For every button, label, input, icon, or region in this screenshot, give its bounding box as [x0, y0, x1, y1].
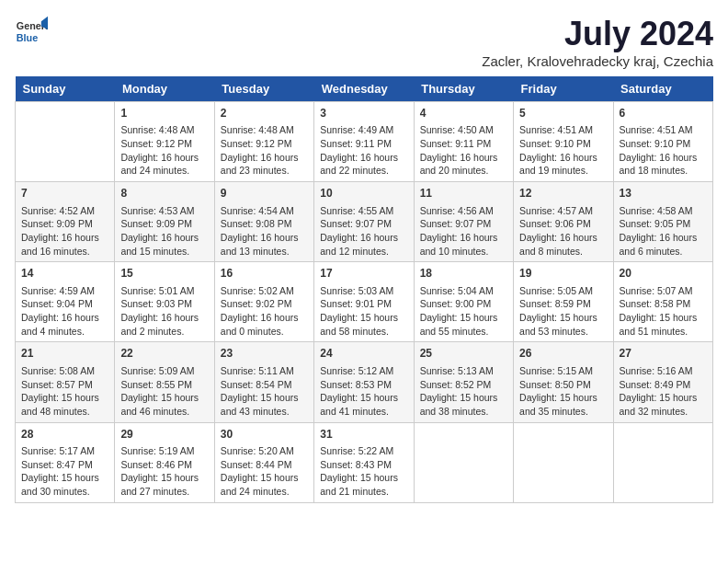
header-day-wednesday: Wednesday: [314, 76, 414, 102]
day-number: 29: [120, 427, 208, 442]
day-info: Sunrise: 4:58 AM Sunset: 9:05 PM Dayligh…: [620, 204, 707, 259]
calendar-cell: 17Sunrise: 5:03 AM Sunset: 9:01 PM Dayli…: [314, 262, 414, 342]
day-number: 25: [420, 346, 507, 362]
day-number: 7: [21, 186, 108, 201]
calendar-cell: 18Sunrise: 5:04 AM Sunset: 9:00 PM Dayli…: [414, 262, 513, 342]
header-day-saturday: Saturday: [613, 76, 712, 102]
calendar-cell: 15Sunrise: 5:01 AM Sunset: 9:03 PM Dayli…: [115, 262, 214, 342]
day-info: Sunrise: 4:51 AM Sunset: 9:10 PM Dayligh…: [519, 123, 607, 178]
header-day-monday: Monday: [115, 76, 214, 102]
day-info: Sunrise: 4:59 AM Sunset: 9:04 PM Dayligh…: [21, 284, 108, 339]
day-info: Sunrise: 4:54 AM Sunset: 9:08 PM Dayligh…: [221, 204, 308, 259]
header-row: SundayMondayTuesdayWednesdayThursdayFrid…: [16, 76, 713, 102]
calendar-subtitle: Zacler, Kralovehradecky kraj, Czechia: [482, 53, 713, 69]
calendar-cell: [514, 422, 613, 502]
calendar-cell: 21Sunrise: 5:08 AM Sunset: 8:57 PM Dayli…: [16, 342, 115, 422]
day-info: Sunrise: 4:48 AM Sunset: 9:12 PM Dayligh…: [221, 123, 308, 178]
day-info: Sunrise: 4:56 AM Sunset: 9:07 PM Dayligh…: [420, 204, 507, 259]
day-number: 3: [320, 106, 407, 121]
day-number: 24: [320, 346, 407, 362]
day-number: 13: [620, 186, 707, 201]
day-number: 5: [519, 106, 607, 121]
week-row-2: 7Sunrise: 4:52 AM Sunset: 9:09 PM Daylig…: [16, 182, 713, 262]
day-info: Sunrise: 5:02 AM Sunset: 9:02 PM Dayligh…: [221, 284, 308, 339]
day-info: Sunrise: 4:49 AM Sunset: 9:11 PM Dayligh…: [320, 123, 407, 178]
day-number: 18: [420, 266, 507, 282]
day-number: 4: [420, 106, 507, 121]
header-day-thursday: Thursday: [414, 76, 513, 102]
day-info: Sunrise: 4:57 AM Sunset: 9:06 PM Dayligh…: [519, 204, 607, 259]
day-info: Sunrise: 4:48 AM Sunset: 9:12 PM Dayligh…: [120, 123, 208, 178]
calendar-cell: 19Sunrise: 5:05 AM Sunset: 8:59 PM Dayli…: [514, 262, 613, 342]
day-info: Sunrise: 5:03 AM Sunset: 9:01 PM Dayligh…: [320, 284, 407, 339]
calendar-cell: 23Sunrise: 5:11 AM Sunset: 8:54 PM Dayli…: [214, 342, 313, 422]
day-info: Sunrise: 5:11 AM Sunset: 8:54 PM Dayligh…: [221, 364, 308, 419]
calendar-cell: 4Sunrise: 4:50 AM Sunset: 9:11 PM Daylig…: [414, 102, 513, 182]
calendar-cell: [16, 102, 115, 182]
logo-icon: General Blue: [15, 15, 48, 48]
day-info: Sunrise: 4:55 AM Sunset: 9:07 PM Dayligh…: [320, 204, 407, 259]
day-info: Sunrise: 5:12 AM Sunset: 8:53 PM Dayligh…: [320, 364, 407, 419]
calendar-cell: 29Sunrise: 5:19 AM Sunset: 8:46 PM Dayli…: [115, 422, 214, 502]
calendar-cell: 1Sunrise: 4:48 AM Sunset: 9:12 PM Daylig…: [115, 102, 214, 182]
day-number: 2: [221, 106, 308, 121]
calendar-cell: 27Sunrise: 5:16 AM Sunset: 8:49 PM Dayli…: [613, 342, 712, 422]
day-number: 10: [320, 186, 407, 201]
day-number: 31: [320, 427, 407, 442]
day-number: 14: [21, 266, 108, 282]
day-info: Sunrise: 5:19 AM Sunset: 8:46 PM Dayligh…: [120, 444, 208, 499]
svg-text:Blue: Blue: [17, 32, 38, 43]
day-info: Sunrise: 4:51 AM Sunset: 9:10 PM Dayligh…: [620, 123, 707, 178]
day-number: 30: [221, 427, 308, 442]
day-number: 9: [221, 186, 308, 201]
calendar-cell: 30Sunrise: 5:20 AM Sunset: 8:44 PM Dayli…: [214, 422, 313, 502]
calendar-cell: 10Sunrise: 4:55 AM Sunset: 9:07 PM Dayli…: [314, 182, 414, 262]
day-info: Sunrise: 4:50 AM Sunset: 9:11 PM Dayligh…: [420, 123, 507, 178]
day-info: Sunrise: 5:15 AM Sunset: 8:50 PM Dayligh…: [519, 364, 607, 419]
day-number: 6: [620, 106, 707, 121]
day-info: Sunrise: 5:20 AM Sunset: 8:44 PM Dayligh…: [221, 444, 308, 499]
calendar-cell: [613, 422, 712, 502]
day-number: 28: [21, 427, 108, 442]
calendar-cell: 16Sunrise: 5:02 AM Sunset: 9:02 PM Dayli…: [214, 262, 313, 342]
day-number: 17: [320, 266, 407, 282]
day-info: Sunrise: 5:09 AM Sunset: 8:55 PM Dayligh…: [120, 364, 208, 419]
day-number: 12: [519, 186, 607, 201]
week-row-4: 21Sunrise: 5:08 AM Sunset: 8:57 PM Dayli…: [16, 342, 713, 422]
title-area: July 2024 Zacler, Kralovehradecky kraj, …: [482, 15, 713, 69]
day-info: Sunrise: 5:05 AM Sunset: 8:59 PM Dayligh…: [519, 284, 607, 339]
day-info: Sunrise: 5:07 AM Sunset: 8:58 PM Dayligh…: [620, 284, 707, 339]
calendar-cell: 14Sunrise: 4:59 AM Sunset: 9:04 PM Dayli…: [16, 262, 115, 342]
day-number: 22: [120, 346, 208, 362]
day-info: Sunrise: 5:13 AM Sunset: 8:52 PM Dayligh…: [420, 364, 507, 419]
calendar-cell: 28Sunrise: 5:17 AM Sunset: 8:47 PM Dayli…: [16, 422, 115, 502]
day-info: Sunrise: 5:22 AM Sunset: 8:43 PM Dayligh…: [320, 444, 407, 499]
calendar-cell: 5Sunrise: 4:51 AM Sunset: 9:10 PM Daylig…: [514, 102, 613, 182]
calendar-cell: 31Sunrise: 5:22 AM Sunset: 8:43 PM Dayli…: [314, 422, 414, 502]
calendar-cell: 11Sunrise: 4:56 AM Sunset: 9:07 PM Dayli…: [414, 182, 513, 262]
calendar-cell: 25Sunrise: 5:13 AM Sunset: 8:52 PM Dayli…: [414, 342, 513, 422]
calendar-cell: 22Sunrise: 5:09 AM Sunset: 8:55 PM Dayli…: [115, 342, 214, 422]
calendar-cell: 24Sunrise: 5:12 AM Sunset: 8:53 PM Dayli…: [314, 342, 414, 422]
day-number: 16: [221, 266, 308, 282]
calendar-cell: 9Sunrise: 4:54 AM Sunset: 9:08 PM Daylig…: [214, 182, 313, 262]
day-number: 27: [620, 346, 707, 362]
week-row-3: 14Sunrise: 4:59 AM Sunset: 9:04 PM Dayli…: [16, 262, 713, 342]
calendar-cell: 20Sunrise: 5:07 AM Sunset: 8:58 PM Dayli…: [613, 262, 712, 342]
calendar-cell: 3Sunrise: 4:49 AM Sunset: 9:11 PM Daylig…: [314, 102, 414, 182]
header-day-sunday: Sunday: [16, 76, 115, 102]
day-number: 8: [120, 186, 208, 201]
day-number: 1: [120, 106, 208, 121]
page-header: General Blue July 2024 Zacler, Kralovehr…: [15, 15, 713, 69]
day-info: Sunrise: 5:17 AM Sunset: 8:47 PM Dayligh…: [21, 444, 108, 499]
day-info: Sunrise: 5:01 AM Sunset: 9:03 PM Dayligh…: [120, 284, 208, 339]
calendar-cell: 8Sunrise: 4:53 AM Sunset: 9:09 PM Daylig…: [115, 182, 214, 262]
header-day-tuesday: Tuesday: [214, 76, 313, 102]
day-info: Sunrise: 4:53 AM Sunset: 9:09 PM Dayligh…: [120, 204, 208, 259]
calendar-table: SundayMondayTuesdayWednesdayThursdayFrid…: [15, 76, 713, 503]
day-number: 23: [221, 346, 308, 362]
day-number: 26: [519, 346, 607, 362]
day-info: Sunrise: 5:04 AM Sunset: 9:00 PM Dayligh…: [420, 284, 507, 339]
day-number: 20: [620, 266, 707, 282]
logo: General Blue: [15, 15, 48, 48]
